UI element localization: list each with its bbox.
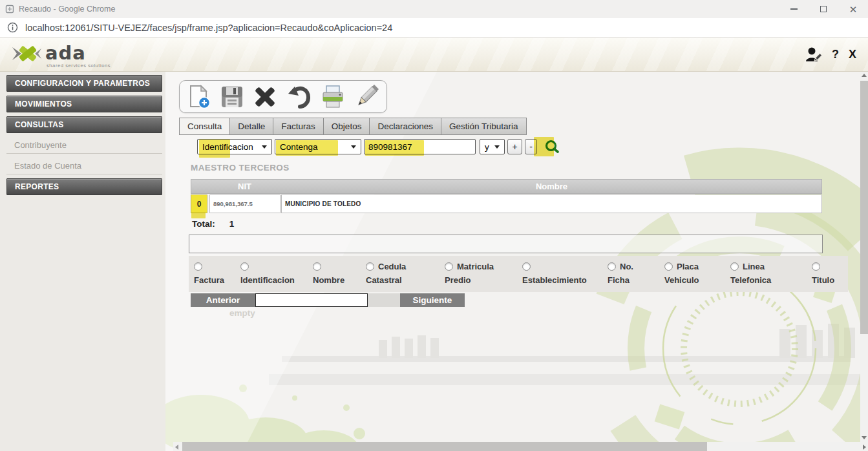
- option-factura[interactable]: Factura: [194, 260, 240, 292]
- tab-detalle[interactable]: Detalle: [230, 118, 273, 135]
- horizontal-scrollbar-thumb[interactable]: [182, 442, 707, 451]
- help-button[interactable]: ?: [832, 48, 839, 61]
- previous-page-button[interactable]: Anterior: [191, 293, 255, 307]
- page-info-icon[interactable]: [7, 22, 18, 33]
- new-record-icon[interactable]: [187, 85, 211, 109]
- radio-cedula-catastral[interactable]: [366, 262, 374, 271]
- radio-linea-telefonica[interactable]: [730, 262, 739, 271]
- scroll-up-arrow-icon[interactable]: [862, 74, 867, 77]
- url-text: localhost:12061/SITU-VEJEZ/faces/jsp/fra…: [25, 23, 392, 33]
- ada-logo: ada shared services solutions: [10, 39, 120, 69]
- highlight-operator-select: [276, 140, 338, 156]
- row-index-cell[interactable]: 0: [191, 194, 207, 213]
- message-box: [189, 235, 823, 253]
- content-panel: Consulta Detalle Facturas Objetos Declar…: [165, 72, 868, 451]
- close-window-button[interactable]: ✕: [838, 0, 868, 18]
- close-icon: ✕: [849, 5, 858, 14]
- app-favicon: [5, 5, 14, 14]
- print-icon[interactable]: [321, 85, 345, 109]
- radio-identificacion[interactable]: [240, 262, 249, 271]
- app-header: ada shared services solutions ? X: [0, 37, 868, 72]
- radio-matricula-predio[interactable]: [445, 262, 453, 271]
- highlight-field-select: [199, 140, 230, 158]
- page-number-input[interactable]: [255, 293, 368, 307]
- option-matricula-predio[interactable]: Matricula Predio: [445, 260, 522, 292]
- results-table: NIT Nombre 0 890,981,367.5 MUNICIPIO DE …: [191, 179, 822, 213]
- table-header-row: NIT Nombre: [191, 179, 822, 194]
- radio-nombre[interactable]: [313, 262, 321, 271]
- row-nit-cell[interactable]: 890,981,367.5: [209, 194, 281, 213]
- option-titulo[interactable]: Titulo: [812, 260, 848, 292]
- scroll-right-arrow-icon[interactable]: [863, 445, 866, 450]
- brand-name: ada: [45, 42, 86, 64]
- chevron-down-icon: [351, 145, 356, 149]
- user-edit-icon[interactable]: [804, 46, 822, 63]
- total-label: Total:: [192, 219, 215, 229]
- address-bar[interactable]: localhost:12061/SITU-VEJEZ/faces/jsp/fra…: [0, 18, 868, 37]
- column-header-nombre: Nombre: [282, 180, 821, 193]
- conjunction-select[interactable]: y: [480, 139, 505, 154]
- maximize-icon: [820, 6, 827, 12]
- highlight-row-index: [191, 213, 206, 218]
- record-toolbar: [179, 80, 387, 113]
- radio-factura[interactable]: [194, 262, 202, 271]
- option-linea-telefonica[interactable]: Linea Telefonica: [730, 260, 812, 292]
- option-placa-vehiculo[interactable]: Placa Vehiculo: [664, 260, 730, 292]
- table-row[interactable]: 0 890,981,367.5 MUNICIPIO DE TOLEDO: [191, 194, 822, 213]
- horizontal-scrollbar[interactable]: [173, 442, 868, 451]
- sidebar-menu: CONFIGURACION Y PARAMETROS MOVIMIENTOS C…: [0, 72, 165, 451]
- option-cedula-catastral[interactable]: Cedula Catastral: [366, 260, 445, 292]
- row-nombre-cell[interactable]: MUNICIPIO DE TOLEDO: [281, 194, 822, 213]
- option-no-ficha[interactable]: No. Ficha: [608, 260, 664, 292]
- vertical-scrollbar[interactable]: [860, 72, 868, 442]
- sidebar-item-contribuyente[interactable]: Contribuyente: [6, 137, 162, 154]
- brand-tagline: shared services solutions: [47, 63, 111, 68]
- radio-titulo[interactable]: [812, 262, 820, 271]
- radio-establecimiento[interactable]: [522, 262, 531, 271]
- chevron-down-icon: [494, 145, 500, 149]
- app-close-button[interactable]: X: [849, 48, 856, 61]
- pagination-bar: Anterior Siguiente: [191, 293, 465, 307]
- undo-icon[interactable]: [287, 85, 312, 109]
- minimize-button[interactable]: [779, 0, 809, 18]
- sidebar-item-reportes[interactable]: REPORTES: [6, 178, 162, 195]
- next-page-button[interactable]: Siguiente: [400, 293, 465, 307]
- section-title: MAESTRO TERCEROS: [191, 163, 290, 173]
- sidebar-item-estado-de-cuenta[interactable]: Estado de Cuenta: [6, 158, 162, 174]
- total-line: Total:1: [192, 219, 234, 229]
- option-nombre[interactable]: Nombre: [313, 260, 366, 292]
- pagination-spacer: [368, 293, 400, 307]
- scroll-down-arrow-icon[interactable]: [862, 436, 867, 439]
- minimize-icon: [790, 8, 798, 10]
- record-tabs: Consulta Detalle Facturas Objetos Declar…: [179, 118, 527, 135]
- maximize-button[interactable]: [809, 0, 838, 18]
- add-condition-button[interactable]: +: [507, 139, 522, 154]
- save-icon[interactable]: [220, 85, 244, 109]
- chevron-down-icon: [262, 145, 267, 149]
- delete-icon[interactable]: [253, 85, 277, 109]
- vertical-scrollbar-thumb[interactable]: [860, 81, 868, 334]
- search-by-options: Factura Identificacion Nombre Cedula Cat…: [189, 256, 848, 292]
- sidebar-item-consultas[interactable]: CONSULTAS: [6, 116, 162, 133]
- option-identificacion[interactable]: Identificacion: [240, 260, 313, 292]
- sidebar-item-movimientos[interactable]: MOVIMIENTOS: [6, 96, 162, 112]
- browser-titlebar: Recaudo - Google Chrome ✕: [0, 0, 868, 18]
- radio-placa-vehiculo[interactable]: [664, 262, 673, 271]
- sidebar-item-configuracion[interactable]: CONFIGURACION Y PARAMETROS: [6, 75, 162, 92]
- tab-gestion-tributaria[interactable]: Gestión Tributaria: [441, 118, 527, 135]
- tab-consulta[interactable]: Consulta: [179, 118, 230, 135]
- main-area: CONFIGURACION Y PARAMETROS MOVIMIENTOS C…: [0, 72, 868, 451]
- tab-facturas[interactable]: Facturas: [273, 118, 324, 135]
- scroll-left-arrow-icon[interactable]: [175, 445, 178, 450]
- window-title: Recaudo - Google Chrome: [19, 5, 115, 14]
- highlight-search-value: [365, 140, 424, 156]
- tab-objetos[interactable]: Objetos: [324, 118, 370, 135]
- tab-declaraciones[interactable]: Declaraciones: [370, 118, 441, 135]
- edit-icon[interactable]: [354, 85, 379, 109]
- highlight-search-button: [534, 137, 554, 156]
- option-establecimiento[interactable]: Establecimiento: [522, 260, 608, 292]
- total-value: 1: [229, 219, 235, 229]
- empty-status-text: empty: [229, 308, 255, 318]
- radio-no-ficha[interactable]: [608, 262, 616, 271]
